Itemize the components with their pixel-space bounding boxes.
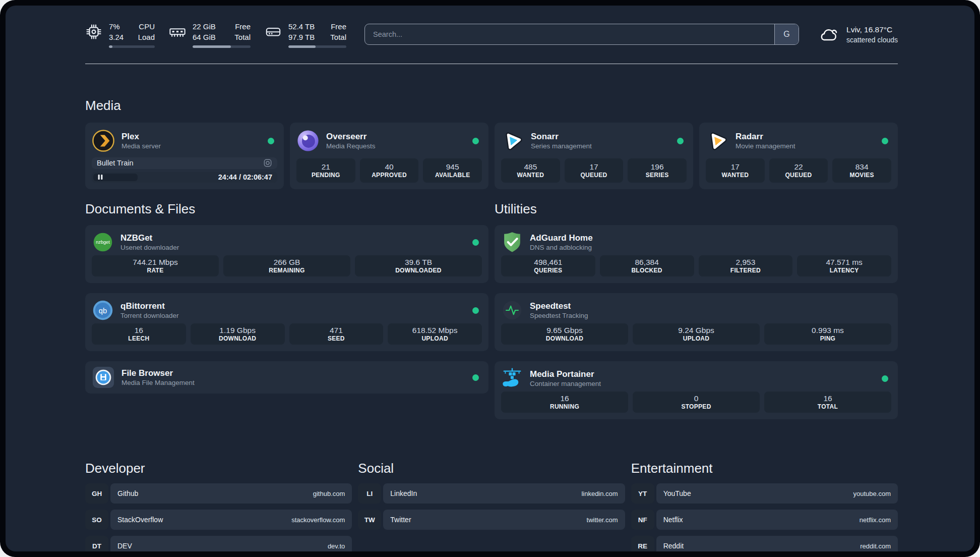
app-link-portainer[interactable]: Media Portainer Container management xyxy=(501,368,891,389)
adguard-icon xyxy=(501,231,523,253)
app-name: AdGuard Home xyxy=(530,233,891,243)
cpu-stat: 7%3.24 CPULoad xyxy=(85,21,155,48)
disk-free-label: Free xyxy=(330,21,346,32)
stat-tile: 485WANTED xyxy=(501,158,560,183)
media-cards-row: Plex Media server Bullet Train 24:44 / 0… xyxy=(85,123,898,189)
stat-tile: 9.24 GbpsUPLOAD xyxy=(633,323,760,345)
topbar-divider xyxy=(85,64,898,64)
stats-row: 9.65 GbpsDOWNLOAD 9.24 GbpsUPLOAD 0.993 … xyxy=(501,323,891,345)
cpu-progress-bar xyxy=(109,45,155,48)
section-title-utilities: Utilities xyxy=(495,201,898,217)
sonarr-icon xyxy=(501,129,524,152)
app-card-sonarr: Sonarr Series management 485WANTED 17QUE… xyxy=(495,123,693,189)
portainer-icon xyxy=(501,367,523,389)
app-description: Speedtest Tracking xyxy=(530,311,891,320)
bookmark-stackoverflow[interactable]: SO StackOverflowstackoverflow.com xyxy=(85,510,352,530)
now-playing-row[interactable]: Bullet Train xyxy=(92,157,277,169)
stats-row: 16RUNNING 0STOPPED 16TOTAL xyxy=(501,392,891,413)
status-indicator xyxy=(882,138,888,144)
stat-tile: 0STOPPED xyxy=(633,392,760,413)
bookmark-name: Reddit xyxy=(663,542,861,550)
app-card-filebrowser: File Browser Media File Management xyxy=(85,361,488,394)
app-card-plex: Plex Media server Bullet Train 24:44 / 0… xyxy=(85,123,284,189)
app-link-nzbget[interactable]: nzbget NZBGet Usenet downloader xyxy=(92,232,482,253)
stat-tile: 40APPROVED xyxy=(360,158,419,183)
app-card-overseerr: Overseerr Media Requests 21PENDING 40APP… xyxy=(290,123,488,189)
app-description: Container management xyxy=(530,379,875,388)
pause-icon[interactable] xyxy=(97,174,104,181)
bookmark-twitter[interactable]: TW Twittertwitter.com xyxy=(358,510,625,530)
status-indicator xyxy=(472,307,479,314)
stat-tile: 1.19 GbpsDOWNLOAD xyxy=(191,323,285,345)
bookmark-dev[interactable]: DT DEVdev.to xyxy=(85,536,352,551)
stat-tile: 21PENDING xyxy=(296,158,355,183)
app-card-radarr: Radarr Movie management 17WANTED 22QUEUE… xyxy=(699,123,898,189)
stat-tile: 17WANTED xyxy=(706,158,765,183)
cpu-icon xyxy=(85,23,102,40)
memory-progress-bar xyxy=(193,45,251,48)
search-bar[interactable]: G xyxy=(364,24,799,45)
bookmark-netflix[interactable]: NF Netflixnetflix.com xyxy=(631,510,898,530)
stat-tile: 17QUEUED xyxy=(565,158,624,183)
bookmark-url: github.com xyxy=(313,490,345,497)
app-link-adguard[interactable]: AdGuard Home DNS and adblocking xyxy=(501,232,891,253)
app-link-qbittorrent[interactable]: qb qBittorrent Torrent downloader xyxy=(92,300,482,321)
app-link-overseerr[interactable]: Overseerr Media Requests xyxy=(296,129,482,152)
cpu-usage-value: 7% xyxy=(109,21,124,32)
cpu-label: CPU xyxy=(138,21,155,32)
weather-location: Lviv, 16.87°C xyxy=(846,24,898,35)
stat-tile: 9.65 GbpsDOWNLOAD xyxy=(501,323,628,345)
stat-tile: 471SEED xyxy=(289,323,384,345)
app-link-sonarr[interactable]: Sonarr Series management xyxy=(501,129,687,152)
app-link-speedtest[interactable]: Speedtest Speedtest Tracking xyxy=(501,300,891,321)
stat-tile: 0.993 msPING xyxy=(764,323,891,345)
bookmark-reddit[interactable]: RE Redditreddit.com xyxy=(631,536,898,551)
stat-tile: 86,384BLOCKED xyxy=(600,255,694,276)
cloud-icon xyxy=(818,26,839,43)
window-frame: 7%3.24 CPULoad 22 GiB64 GiB FreeTotal xyxy=(0,0,980,557)
bookmark-url: dev.to xyxy=(328,542,345,550)
overseerr-icon xyxy=(296,129,320,152)
search-engine-button[interactable]: G xyxy=(774,24,799,44)
disk-stat: 52.4 TB97.9 TB FreeTotal xyxy=(265,21,346,48)
app-card-speedtest: Speedtest Speedtest Tracking 9.65 GbpsDO… xyxy=(495,293,898,351)
app-name: Sonarr xyxy=(531,131,670,142)
section-title-documents: Documents & Files xyxy=(85,201,488,217)
memory-total-label: Total xyxy=(234,32,251,42)
app-link-plex[interactable]: Plex Media server xyxy=(92,129,277,152)
documents-column: Documents & Files nzbget NZBGet Usenet d… xyxy=(85,201,488,429)
bookmark-abbr: TW xyxy=(358,510,381,530)
bookmark-linkedin[interactable]: LI LinkedInlinkedin.com xyxy=(358,483,625,504)
bookmark-github[interactable]: GH Githubgithub.com xyxy=(85,483,352,504)
app-description: Media server xyxy=(121,142,261,151)
app-link-radarr[interactable]: Radarr Movie management xyxy=(706,129,891,152)
playback-progress-bar[interactable]: 24:44 / 02:06:47 xyxy=(92,172,277,183)
status-indicator xyxy=(472,239,479,246)
disk-progress-bar xyxy=(288,45,346,48)
stat-tile: 39.6 TBDOWNLOADED xyxy=(355,255,482,276)
bookmarks-developer: Developer GH Githubgithub.com SO StackOv… xyxy=(85,461,352,551)
video-icon[interactable] xyxy=(263,158,272,168)
stats-row: 744.21 MbpsRATE 266 GBREMAINING 39.6 TBD… xyxy=(92,255,482,276)
app-description: Media File Management xyxy=(121,378,466,387)
status-indicator xyxy=(677,138,684,144)
bookmark-name: DEV xyxy=(117,542,328,550)
section-title-developer: Developer xyxy=(85,461,352,476)
status-indicator xyxy=(882,375,888,382)
app-name: Speedtest xyxy=(530,301,891,311)
stat-tile: 47.571 msLATENCY xyxy=(797,255,891,276)
app-name: NZBGet xyxy=(120,233,466,243)
stats-row: 17WANTED 22QUEUED 834MOVIES xyxy=(706,158,891,183)
dashboard: 7%3.24 CPULoad 22 GiB64 GiB FreeTotal xyxy=(6,6,974,551)
app-description: Usenet downloader xyxy=(120,243,466,252)
bookmark-name: Netflix xyxy=(663,516,860,524)
bookmark-abbr: SO xyxy=(85,510,108,530)
app-card-qbittorrent: qb qBittorrent Torrent downloader 16LEEC… xyxy=(85,293,488,351)
search-input[interactable] xyxy=(365,24,774,44)
bookmark-url: netflix.com xyxy=(860,516,891,524)
app-link-filebrowser[interactable]: File Browser Media File Management xyxy=(92,366,482,389)
stat-tile: 266 GBREMAINING xyxy=(223,255,350,276)
app-card-nzbget: nzbget NZBGet Usenet downloader 744.21 M… xyxy=(85,225,488,283)
bookmark-youtube[interactable]: YT YouTubeyoutube.com xyxy=(631,483,898,504)
status-indicator xyxy=(472,374,479,381)
